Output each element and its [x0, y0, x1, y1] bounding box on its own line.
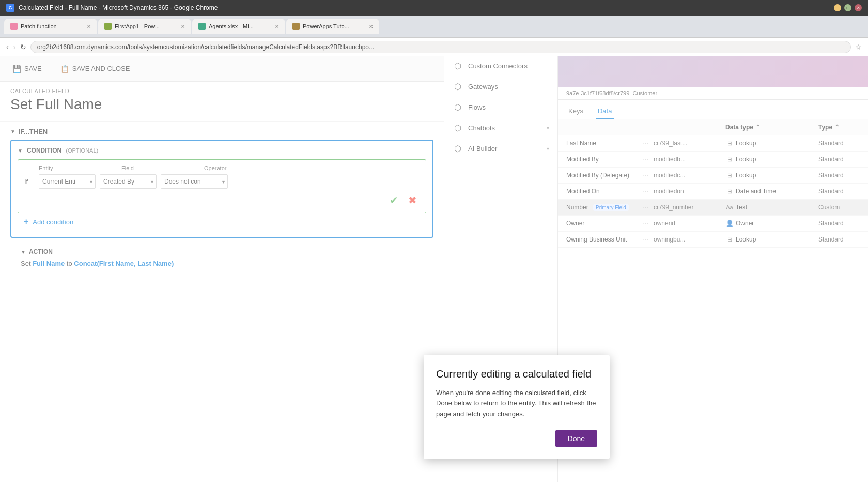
datatype-sort-icon[interactable]: ⌃ [755, 124, 761, 131]
tab-powerapps[interactable]: PowerApps Tuto... ✕ [286, 19, 379, 34]
date-icon: ⊞ [725, 187, 734, 195]
refresh-icon[interactable]: ↻ [20, 43, 26, 51]
operator-select[interactable]: Does not con [161, 174, 228, 189]
field-select-wrapper: Created By [100, 174, 157, 189]
tab-favicon [198, 23, 206, 30]
type-sort-icon[interactable]: ⌃ [834, 124, 840, 131]
bookmark-icon[interactable]: ☆ [855, 43, 862, 51]
tab-close-icon[interactable]: ✕ [369, 24, 373, 29]
datatype-label: Lookup [736, 156, 756, 163]
condition-header[interactable]: ▼ CONDITION (OPTIONAL) [18, 147, 426, 154]
row-datatype-modified-by: ⊞ Lookup [725, 155, 818, 163]
calc-field-panel: 💾 SAVE 📋 SAVE AND CLOSE CALCULATED FIELD… [0, 56, 444, 482]
chatbots-icon: ⬡ [453, 123, 463, 133]
table-row: Owner ··· ownerid 👤 Owner Standard [558, 216, 868, 232]
sidebar-item-flows[interactable]: ⬡ Flows [444, 97, 557, 118]
sidebar-item-ai-builder[interactable]: ⬡ AI Builder ▾ [444, 139, 557, 159]
table-body: Last Name ··· cr799_last... ⊞ Lookup Sta… [558, 135, 868, 248]
sidebar-item-gateways[interactable]: ⬡ Gateways [444, 77, 557, 97]
row-schema-delegate: modifiedc... [654, 172, 725, 179]
col-schema-header [654, 124, 725, 131]
tab-data[interactable]: Data [596, 104, 614, 119]
type-col-label: Type [818, 124, 832, 131]
table-header: Data type ⌃ Type ⌃ [558, 119, 868, 135]
tab-label: Agents.xlsx - Mi... [209, 23, 254, 29]
lookup-icon: ⊞ [725, 155, 734, 163]
datatype-label: Lookup [736, 172, 756, 179]
minimize-button[interactable]: ─ [834, 4, 841, 11]
sidebar-item-label: Gateways [468, 83, 498, 91]
tab-close-icon[interactable]: ✕ [87, 24, 91, 29]
datatype-label: Owner [736, 220, 754, 227]
row-dots-number[interactable]: ··· [638, 203, 654, 212]
add-condition-row[interactable]: + Add condition [18, 213, 426, 231]
row-dots-owning-bu[interactable]: ··· [638, 235, 654, 244]
row-dots-modified-on[interactable]: ··· [638, 187, 654, 195]
lookup-icon: ⊞ [725, 235, 734, 244]
condition-box: ▼ CONDITION (OPTIONAL) Entity Field Oper… [10, 140, 433, 238]
tab-label: FirstApp1 - Pow... [115, 23, 160, 29]
browser-icon: C [6, 4, 14, 12]
sidebar-item-custom-connectors[interactable]: ⬡ Custom Connectors [444, 56, 557, 77]
tab-firstapp[interactable]: FirstApp1 - Pow... ✕ [98, 19, 191, 34]
entity-select-wrapper: Current Enti [39, 174, 96, 189]
action-header-label: ACTION [29, 248, 53, 255]
if-then-header[interactable]: ▼ IF...THEN [10, 122, 433, 140]
tab-patch-function[interactable]: Patch function - ✕ [4, 19, 97, 34]
close-button[interactable]: ✕ [855, 4, 862, 11]
address-bar[interactable]: org2b2d1688.crm.dynamics.com/tools/syste… [30, 41, 851, 53]
tab-favicon [104, 23, 112, 30]
nav-forward-icon[interactable]: › [13, 42, 16, 52]
confirm-condition-button[interactable]: ✔ [386, 193, 401, 207]
condition-optional-label: (OPTIONAL) [66, 147, 98, 154]
row-last-name: Last Name [566, 140, 638, 147]
table-row: Modified By ··· modifiedb... ⊞ Lookup St… [558, 152, 868, 168]
row-dots-last-name[interactable]: ··· [638, 139, 654, 147]
maximize-button[interactable]: □ [844, 4, 851, 11]
save-button[interactable]: 💾 SAVE [8, 62, 46, 76]
if-then-label: IF...THEN [19, 128, 48, 135]
field-select[interactable]: Created By [100, 174, 157, 189]
type-col-header: Type ⌃ [818, 124, 860, 131]
condition-collapse-icon: ▼ [18, 148, 23, 154]
tab-label: Patch function - [21, 23, 60, 29]
row-type-number: Custom [818, 204, 860, 211]
entity-select[interactable]: Current Enti [39, 174, 96, 189]
save-and-close-button[interactable]: 📋 SAVE AND CLOSE [56, 62, 134, 76]
gateways-icon: ⬡ [453, 82, 463, 92]
action-field-link[interactable]: Full Name [33, 260, 65, 267]
table-row-number: Number Primary Field ··· cr799_number Aa… [558, 200, 868, 216]
row-schema-modified-by: modifiedb... [654, 156, 725, 163]
datatype-col-header: Data type ⌃ [725, 124, 818, 131]
collapse-arrow-icon: ▼ [10, 129, 16, 134]
action-formula-link[interactable]: Concat(First Name, Last Name) [74, 260, 174, 267]
done-button[interactable]: Done [555, 430, 597, 447]
row-dots-delegate[interactable]: ··· [638, 171, 654, 179]
action-collapse-icon: ▼ [21, 249, 26, 255]
datatype-label: Text [736, 204, 747, 211]
sidebar-item-chatbots[interactable]: ⬡ Chatbots ▾ [444, 118, 557, 139]
action-prefix: Set [21, 260, 33, 267]
row-type-modified-on: Standard [818, 188, 860, 195]
row-dots-owner[interactable]: ··· [638, 219, 654, 228]
browser-chrome: C Calculated Field - Full Name - Microso… [0, 0, 868, 37]
datatype-col-label: Data type [725, 124, 753, 131]
condition-inner: Entity Field Operator If Current Enti [18, 159, 426, 213]
browser-title: Calculated Field - Full Name - Microsoft… [19, 4, 218, 11]
action-text: Set Full Name to Concat(First Name, Last… [21, 260, 423, 267]
tab-keys[interactable]: Keys [566, 104, 585, 119]
title-bar: C Calculated Field - Full Name - Microso… [0, 0, 868, 16]
main-layout: 💾 SAVE 📋 SAVE AND CLOSE CALCULATED FIELD… [0, 56, 868, 482]
action-header[interactable]: ▼ ACTION [21, 248, 423, 255]
save-icon: 💾 [12, 65, 21, 73]
tab-agents[interactable]: Agents.xlsx - Mi... ✕ [192, 19, 285, 34]
cancel-condition-button[interactable]: ✖ [405, 193, 420, 207]
row-schema-owning-bu: owningbu... [654, 236, 725, 243]
tab-close-icon[interactable]: ✕ [275, 24, 279, 29]
tab-close-icon[interactable]: ✕ [181, 24, 185, 29]
nav-back-icon[interactable]: ‹ [6, 42, 9, 52]
row-dots-modified-by[interactable]: ··· [638, 155, 654, 163]
address-bar-row: ‹ › ↻ org2b2d1688.crm.dynamics.com/tools… [0, 37, 868, 56]
window-controls[interactable]: ─ □ ✕ [834, 4, 862, 11]
primary-field-badge: Primary Field [593, 204, 629, 211]
